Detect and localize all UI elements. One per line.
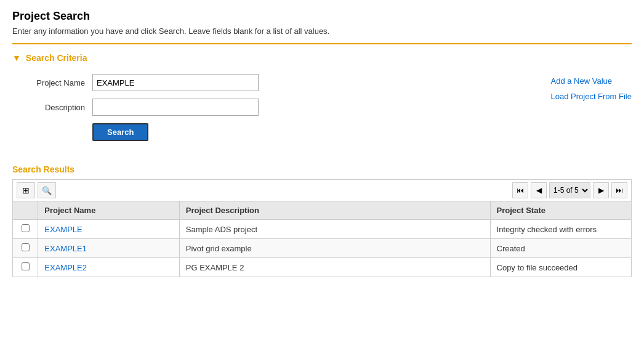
last-page-button[interactable]: ⏭ xyxy=(611,182,627,198)
project-name-label: Project Name xyxy=(12,78,92,87)
row-checkbox-cell xyxy=(13,239,38,258)
search-btn-row: Search xyxy=(12,123,514,141)
table-icon: ⊞ xyxy=(22,185,30,195)
row-checkbox[interactable] xyxy=(22,243,30,251)
prev-page-button[interactable]: ◀ xyxy=(531,182,547,198)
search-button[interactable]: Search xyxy=(92,123,148,141)
description-input[interactable] xyxy=(92,99,259,116)
row-checkbox[interactable] xyxy=(22,262,30,270)
search-results-title: Search Results xyxy=(12,164,632,174)
search-results-section: Search Results ⊞ 🔍 ⏮ ◀ 1-5 of 5 ▶ xyxy=(12,164,632,277)
row-project-state: Copy to file succeeded xyxy=(490,258,631,277)
row-project-desc: Pivot grid example xyxy=(179,239,490,258)
row-project-desc: PG EXAMPLE 2 xyxy=(179,258,490,277)
criteria-layout: Project Name Description Search Add a Ne… xyxy=(12,74,632,148)
next-page-icon: ▶ xyxy=(598,186,604,195)
project-name-link[interactable]: EXAMPLE xyxy=(44,225,82,234)
row-checkbox-cell xyxy=(13,258,38,277)
col-header-project-state: Project State xyxy=(490,201,631,220)
row-project-name: EXAMPLE1 xyxy=(38,239,179,258)
row-project-name: EXAMPLE2 xyxy=(38,258,179,277)
row-project-name: EXAMPLE xyxy=(38,220,179,239)
search-criteria-title: Search Criteria xyxy=(26,53,87,63)
project-name-link[interactable]: EXAMPLE1 xyxy=(44,244,87,253)
row-project-state: Created xyxy=(490,239,631,258)
row-project-state: Integrity checked with errors xyxy=(490,220,631,239)
page-title: Project Search xyxy=(12,10,632,23)
table-view-button[interactable]: ⊞ xyxy=(17,182,35,198)
prev-page-icon: ◀ xyxy=(536,186,542,195)
description-row: Description xyxy=(12,99,514,116)
first-page-icon: ⏮ xyxy=(517,186,524,195)
row-checkbox-cell xyxy=(13,220,38,239)
description-label: Description xyxy=(12,103,92,112)
row-checkbox[interactable] xyxy=(22,224,30,232)
next-page-button[interactable]: ▶ xyxy=(593,182,609,198)
table-row: EXAMPLESample ADS projectIntegrity check… xyxy=(13,220,632,239)
chevron-down-icon: ▼ xyxy=(12,53,21,63)
col-header-project-name: Project Name xyxy=(38,201,179,220)
first-page-button[interactable]: ⏮ xyxy=(512,182,528,198)
project-name-link[interactable]: EXAMPLE2 xyxy=(44,263,87,272)
col-header-project-desc: Project Description xyxy=(179,201,490,220)
project-name-row: Project Name xyxy=(12,74,514,91)
add-new-value-link[interactable]: Add a New Value xyxy=(551,76,632,86)
table-row: EXAMPLE1Pivot grid exampleCreated xyxy=(13,239,632,258)
search-criteria-panel: Project Name Description Search Add a Ne… xyxy=(12,71,632,158)
form-section: Project Name Description Search xyxy=(12,74,514,148)
page-select[interactable]: 1-5 of 5 xyxy=(549,182,590,198)
page-container: Project Search Enter any information you… xyxy=(0,0,644,287)
row-project-desc: Sample ADS project xyxy=(179,220,490,239)
search-icon: 🔍 xyxy=(42,186,52,195)
action-links-section: Add a New Value Load Project From File xyxy=(514,74,632,148)
load-project-link[interactable]: Load Project From File xyxy=(551,92,632,101)
pagination: ⏮ ◀ 1-5 of 5 ▶ ⏭ xyxy=(512,182,627,198)
table-row: EXAMPLE2PG EXAMPLE 2Copy to file succeed… xyxy=(13,258,632,277)
results-toolbar: ⊞ 🔍 ⏮ ◀ 1-5 of 5 ▶ ⏭ xyxy=(12,179,632,201)
search-view-button[interactable]: 🔍 xyxy=(38,182,56,198)
results-table: Project Name Project Description Project… xyxy=(12,201,632,277)
search-criteria-header[interactable]: ▼ Search Criteria xyxy=(12,53,632,63)
last-page-icon: ⏭ xyxy=(616,186,623,195)
project-name-input[interactable] xyxy=(92,74,259,91)
col-header-checkbox xyxy=(13,201,38,220)
page-subtitle: Enter any information you have and click… xyxy=(12,26,632,36)
table-header-row: Project Name Project Description Project… xyxy=(13,201,632,220)
divider xyxy=(12,43,632,44)
